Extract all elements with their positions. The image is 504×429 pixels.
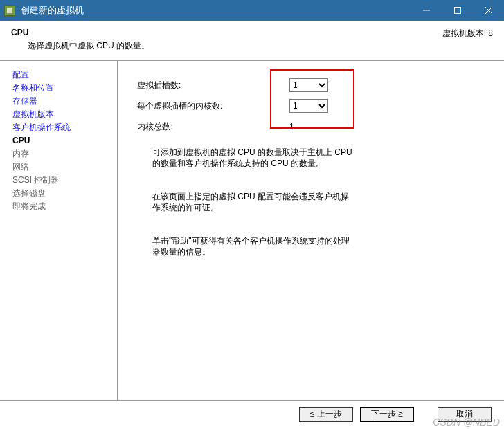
app-icon: [4, 5, 15, 16]
total-value: 1: [289, 122, 331, 131]
cores-label: 每个虚拟插槽的内核数:: [137, 100, 289, 112]
window-title: 创建新的虚拟机: [21, 4, 411, 17]
sidebar-item-vm-version[interactable]: 虚拟机版本: [12, 109, 110, 120]
svg-rect-0: [7, 8, 12, 13]
sidebar-item-select-disk: 选择磁盘: [12, 188, 110, 199]
row-cores: 每个虚拟插槽的内核数: 1: [137, 95, 372, 116]
sidebar-item-memory: 内存: [12, 148, 110, 159]
cpu-form: 虚拟插槽数: 1 每个虚拟插槽的内核数: 1 内核总数: 1: [137, 75, 372, 137]
page-title: CPU: [11, 28, 493, 37]
info-text-2: 在该页面上指定的虚拟 CPU 配置可能会违反客户机操作系统的许可证。: [152, 191, 353, 213]
info-text-1: 可添加到虚拟机的虚拟 CPU 的数量取决于主机上 CPU 的数量和客户机操作系统…: [152, 147, 353, 169]
header: CPU 选择虚拟机中虚拟 CPU 的数量。 虚拟机版本: 8: [0, 21, 504, 61]
svg-rect-2: [454, 8, 460, 14]
close-button[interactable]: [473, 0, 504, 21]
back-button[interactable]: ≤ 上一步: [299, 407, 353, 422]
sidebar-item-config[interactable]: 配置: [12, 69, 110, 80]
cancel-button[interactable]: 取消: [438, 407, 492, 422]
main-panel: 虚拟插槽数: 1 每个虚拟插槽的内核数: 1 内核总数: 1 可添加到虚拟机的虚…: [118, 61, 504, 400]
cores-select[interactable]: 1: [289, 99, 328, 113]
body: 配置 名称和位置 存储器 虚拟机版本 客户机操作系统 CPU 内存 网络 SCS…: [0, 61, 504, 400]
sidebar-item-name-location[interactable]: 名称和位置: [12, 82, 110, 93]
total-label: 内核总数:: [137, 121, 289, 133]
sidebar-item-network: 网络: [12, 161, 110, 172]
row-total: 内核总数: 1: [137, 116, 372, 137]
sidebar-item-storage[interactable]: 存储器: [12, 95, 110, 107]
row-sockets: 虚拟插槽数: 1: [137, 75, 372, 95]
info-text-3: 单击"帮助"可获得有关各个客户机操作系统支持的处理器数量的信息。: [152, 235, 353, 257]
window-controls: [411, 0, 504, 21]
next-button[interactable]: 下一步 ≥: [360, 407, 414, 422]
sidebar-item-ready: 即将完成: [12, 201, 110, 212]
footer: ≤ 上一步 下一步 ≥ 取消: [0, 400, 504, 428]
sidebar-item-scsi: SCSI 控制器: [12, 174, 110, 185]
maximize-button[interactable]: [442, 0, 473, 21]
vm-version-label: 虚拟机版本: 8: [442, 28, 493, 39]
titlebar: 创建新的虚拟机: [0, 0, 504, 21]
sidebar-item-cpu: CPU: [12, 135, 110, 146]
sidebar: 配置 名称和位置 存储器 虚拟机版本 客户机操作系统 CPU 内存 网络 SCS…: [0, 61, 118, 400]
sidebar-item-guest-os[interactable]: 客户机操作系统: [12, 122, 110, 133]
sockets-select[interactable]: 1: [289, 78, 328, 92]
minimize-button[interactable]: [411, 0, 442, 21]
page-subtitle: 选择虚拟机中虚拟 CPU 的数量。: [11, 40, 493, 52]
sockets-label: 虚拟插槽数:: [137, 80, 289, 91]
